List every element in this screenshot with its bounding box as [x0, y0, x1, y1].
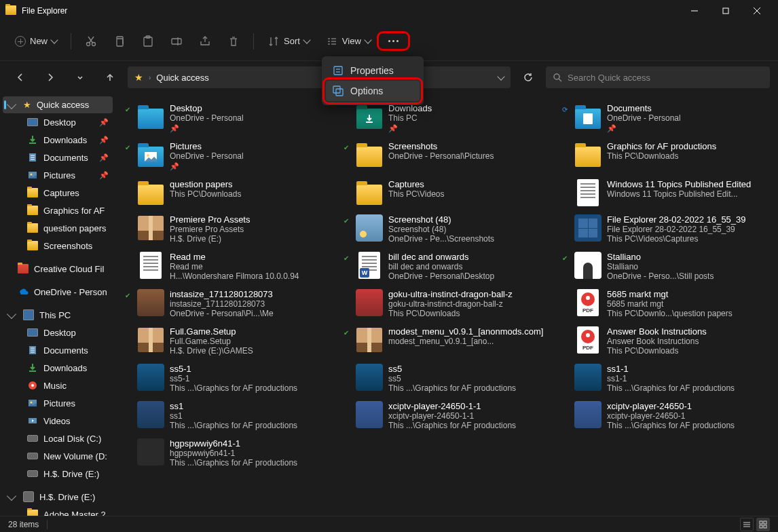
file-item[interactable]: ✔modest_menu_v0.9.1_[anonmods.com]modest… [341, 324, 554, 358]
sidebar-item[interactable]: Screenshots [3, 237, 113, 254]
chevron-down-icon [364, 36, 371, 43]
paste-button[interactable] [135, 31, 161, 52]
ellipsis-icon [388, 40, 399, 42]
file-item[interactable]: PDFAnswer Book InstructionsAnswer Book I… [559, 324, 773, 358]
file-thumbnail [356, 289, 383, 316]
view-button[interactable]: View [319, 31, 377, 52]
sidebar-item[interactable]: H.$. Drive (E:) [3, 465, 113, 482]
breadcrumb[interactable]: Quick access [156, 73, 208, 83]
file-item[interactable]: File Explorer 28-02-2022 16_55_39File Ex… [559, 212, 773, 246]
file-thumbnail [356, 364, 383, 391]
minimize-button[interactable] [679, 0, 710, 22]
sidebar-item[interactable]: Downloads📌 [3, 131, 113, 149]
recent-button[interactable] [68, 65, 92, 90]
file-location: ss5-1 [170, 374, 333, 383]
sidebar-item[interactable]: Local Disk (C:) [3, 430, 113, 447]
file-item[interactable]: ✔StallianoStallianoOneDrive - Perso...\S… [559, 249, 773, 284]
grid-view-button[interactable] [756, 518, 770, 531]
sidebar-thispc[interactable]: This PC [3, 306, 113, 324]
more-button[interactable] [380, 35, 407, 48]
file-path: H.$. Drive (E:) [170, 234, 333, 244]
file-item[interactable]: Graphics for AF productionsThis PC\Downl… [559, 138, 773, 174]
share-button[interactable] [192, 31, 218, 52]
sidebar-item[interactable]: Desktop [3, 324, 113, 341]
forward-button[interactable] [38, 65, 62, 90]
sidebar-item[interactable]: Adobe Master 2 [3, 506, 113, 516]
sidebar-label: Captures [43, 188, 79, 198]
sidebar-item[interactable]: Documents [3, 341, 113, 359]
item-icon [27, 415, 38, 426]
refresh-button[interactable] [516, 65, 540, 90]
file-item[interactable]: Full.Game.SetupFull.Game.SetupH.$. Drive… [122, 324, 335, 358]
chevron-down-icon[interactable] [497, 73, 504, 80]
search-input[interactable] [568, 73, 763, 83]
file-thumbnail [574, 214, 601, 242]
copy-button[interactable] [107, 31, 132, 52]
file-thumbnail [137, 252, 164, 279]
file-item[interactable]: ✔instasize_1711280128073instasize_171128… [122, 286, 335, 321]
file-item[interactable]: ✔ScreenshotsOneDrive - Personal\Pictures [341, 138, 554, 174]
properties-item[interactable]: Properties [326, 60, 420, 81]
sidebar-item[interactable]: Pictures📌 [3, 166, 113, 184]
file-item[interactable]: ss1-1ss1-1This ...\Graphics for AF produ… [559, 361, 773, 396]
synced-icon: ✔ [344, 217, 350, 224]
sort-button[interactable]: Sort [261, 31, 316, 52]
cut-button[interactable] [78, 31, 104, 52]
file-item[interactable]: CapturesThis PC\Videos [341, 176, 554, 209]
sidebar-onedrive[interactable]: OneDrive - Person [3, 283, 113, 301]
delete-button[interactable] [221, 31, 246, 52]
sidebar-label: Graphics for AF [43, 206, 105, 216]
sidebar-item[interactable]: Pictures [3, 394, 113, 412]
file-path: H.$. Drive (E:)\GAMES [170, 346, 333, 356]
options-item[interactable]: Options [326, 81, 420, 101]
sidebar-item[interactable]: Downloads [3, 359, 113, 377]
sidebar-item[interactable]: New Volume (D: [3, 447, 113, 465]
sidebar-item[interactable]: Graphics for AF [3, 202, 113, 219]
file-item[interactable]: Premiere Pro AssetsPremiere Pro AssetsH.… [122, 212, 335, 246]
file-item[interactable]: hgpspwwiy6n41-1hgpspwwiy6n41-1This ...\G… [122, 436, 335, 470]
address-bar[interactable]: ★ › Quick access [128, 66, 511, 88]
file-thumbnail [137, 179, 164, 206]
sidebar-item[interactable]: Captures [3, 184, 113, 202]
sidebar-item[interactable]: question papers [3, 219, 113, 237]
file-thumbnail [356, 179, 383, 206]
file-item[interactable]: xciptv-player-24650-1-1xciptv-player-246… [341, 398, 554, 433]
file-item[interactable]: xciptv-player-24650-1xciptv-player-24650… [559, 398, 773, 433]
file-item[interactable]: ✔Wbill dec and onwardsbill dec and onwar… [341, 249, 554, 284]
sidebar-item[interactable]: Videos [3, 412, 113, 430]
sidebar-label: Music [43, 381, 67, 391]
star-icon: ★ [23, 100, 31, 110]
file-item[interactable]: ✔PicturesOneDrive - Personal📌 [122, 138, 335, 174]
file-item[interactable]: DownloadsThis PC📌 [341, 100, 554, 136]
back-button[interactable] [8, 65, 33, 90]
search-box[interactable] [546, 66, 770, 88]
maximize-button[interactable] [710, 0, 741, 22]
up-button[interactable] [98, 65, 122, 90]
search-icon [553, 73, 562, 82]
sidebar-hsdrive[interactable]: H.$. Drive (E:) [3, 488, 113, 506]
new-button[interactable]: New [8, 32, 64, 51]
file-item[interactable]: Read meRead meH...\Wondershare Filmora 1… [122, 249, 335, 284]
file-item[interactable]: ✔DesktopOneDrive - Personal📌 [122, 100, 335, 136]
file-item[interactable]: PDF5685 markt mgt5685 markt mgtThis PC\D… [559, 286, 773, 321]
sidebar-item[interactable]: Music [3, 377, 113, 394]
item-icon [27, 468, 38, 479]
list-view-button[interactable] [740, 518, 754, 531]
sidebar-item[interactable]: Documents📌 [3, 149, 113, 166]
file-item[interactable]: ✔Screenshot (48)Screenshot (48)OneDrive … [341, 212, 554, 246]
file-item[interactable]: ss5ss5This ...\Graphics for AF productio… [341, 361, 554, 396]
sidebar-creative-cloud[interactable]: Creative Cloud Fil [3, 260, 113, 278]
file-item[interactable]: Windows 11 Topics Published EditedWindow… [559, 176, 773, 209]
close-button[interactable] [741, 0, 773, 22]
file-item[interactable]: ss5-1ss5-1This ...\Graphics for AF produ… [122, 361, 335, 396]
sidebar-label: question papers [43, 223, 107, 233]
file-item[interactable]: question papersThis PC\Downloads [122, 176, 335, 209]
file-item[interactable]: goku-ultra-instinct-dragon-ball-zgoku-ul… [341, 286, 554, 321]
file-item[interactable]: ss1ss1This ...\Graphics for AF productio… [122, 398, 335, 433]
item-icon [27, 134, 38, 145]
file-location: Answer Book Instructions [607, 337, 770, 346]
sidebar-quickaccess[interactable]: ★ Quick access [3, 96, 113, 113]
sidebar-item[interactable]: Desktop📌 [3, 113, 113, 131]
rename-button[interactable] [164, 31, 189, 52]
file-item[interactable]: ⟳DocumentsOneDrive - Personal📌 [559, 100, 773, 136]
